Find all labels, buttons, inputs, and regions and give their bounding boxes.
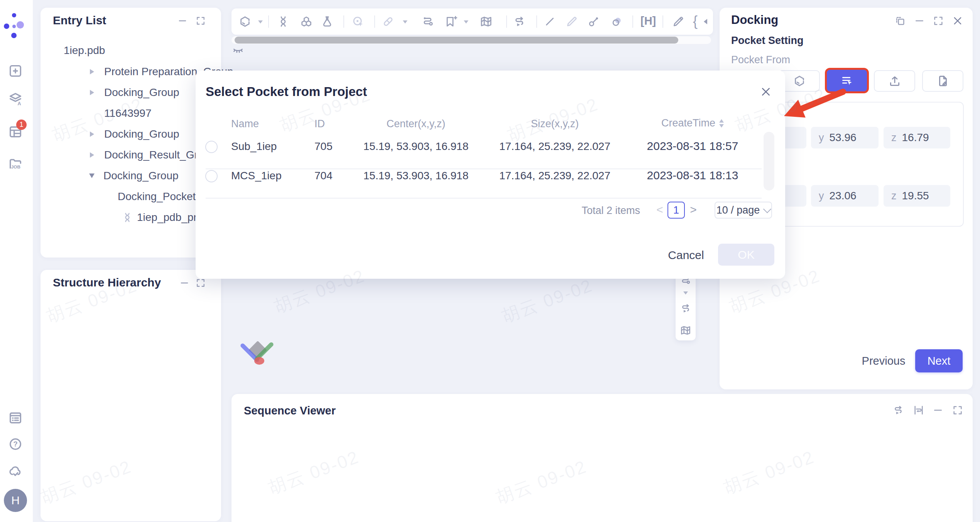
- dropdown-caret-icon[interactable]: [464, 20, 468, 24]
- tree-item-label: Docking_Group: [104, 128, 179, 140]
- pocket-upload-button[interactable]: [874, 70, 915, 92]
- wrap-lines-icon[interactable]: [913, 404, 924, 416]
- detach-window-icon[interactable]: [894, 15, 906, 27]
- pocket-define-button[interactable]: [922, 70, 963, 92]
- app-logo[interactable]: [0, 5, 33, 35]
- structure-hierarchy-panel: Structure Hierarchy: [41, 270, 221, 521]
- tree-item-label: Docking_Group: [103, 170, 179, 182]
- cell-id: 705: [314, 140, 333, 153]
- cell-center: 15.19, 53.903, 16.918: [358, 140, 474, 153]
- swap-arrows-icon[interactable]: [680, 303, 691, 314]
- hydrogen-toggle-icon[interactable]: [H]: [640, 15, 656, 27]
- eye-closed-icon[interactable]: [232, 44, 244, 57]
- caret-right-icon[interactable]: [90, 90, 94, 95]
- gizmo-z-axis: [254, 357, 264, 365]
- capsule-tool-icon[interactable]: [382, 15, 395, 28]
- caret-right-icon[interactable]: [90, 152, 94, 158]
- measure-line-icon[interactable]: [543, 15, 556, 28]
- draw-pencil-icon[interactable]: [565, 15, 578, 28]
- size-y-field[interactable]: y 23.06: [811, 185, 879, 207]
- cell-name: MCS_1iep: [231, 170, 282, 182]
- viewport-hscrollbar-thumb[interactable]: [235, 37, 678, 44]
- axis-value: 19.55: [902, 190, 929, 202]
- molecule-tool-icon[interactable]: [300, 15, 313, 28]
- column-name: Name: [231, 118, 259, 130]
- toolbar-divider: [536, 15, 537, 28]
- page-size-select[interactable]: 10 / page: [715, 202, 772, 219]
- helix-tool-icon[interactable]: [277, 15, 290, 28]
- app-screen: A 1 JOB ? H Entry List 1iep.pdb: [0, 0, 980, 522]
- caret-down-icon[interactable]: [89, 173, 95, 178]
- tree-item-label: 11643997: [104, 107, 152, 120]
- toolbar-divider: [662, 15, 663, 28]
- expand-icon[interactable]: [195, 278, 206, 288]
- help-icon[interactable]: ?: [8, 436, 23, 452]
- expand-icon[interactable]: [952, 404, 963, 416]
- pagination-prev[interactable]: <: [655, 203, 665, 216]
- axis-value: 53.96: [830, 131, 857, 144]
- layers-icon[interactable]: A: [8, 91, 23, 107]
- caret-right-icon[interactable]: [90, 131, 94, 137]
- snapshot-map-icon[interactable]: [480, 15, 493, 28]
- dropdown-caret-icon[interactable]: [403, 20, 407, 24]
- tree-item-label: 1iep.pdb: [64, 44, 105, 57]
- new-project-icon[interactable]: [8, 63, 23, 79]
- minimize-icon[interactable]: [179, 278, 190, 288]
- axis-gizmo: [231, 332, 301, 378]
- brace-tool-icon[interactable]: {: [693, 13, 698, 29]
- cell-size: 17.164, 25.239, 22.027: [497, 170, 613, 182]
- logo-dot: [17, 21, 24, 29]
- entry-list-panel: Entry List 1iep.pdb Protein Preparation_…: [41, 8, 221, 258]
- route-tool-icon[interactable]: [421, 15, 434, 28]
- snapshot-map-icon[interactable]: [680, 325, 691, 336]
- structure-display-icon[interactable]: [238, 15, 252, 28]
- bookmark-add-icon[interactable]: [444, 15, 458, 28]
- swap-arrows-icon[interactable]: [892, 404, 904, 416]
- minimize-icon[interactable]: [914, 15, 925, 27]
- viewport-hscrollbar-track[interactable]: [231, 36, 711, 44]
- close-icon[interactable]: [952, 15, 963, 27]
- edit-pencil-icon[interactable]: [672, 15, 685, 28]
- cloud-sync-icon[interactable]: [8, 464, 23, 479]
- toolbar-divider: [343, 15, 344, 28]
- bond-lollipop-icon[interactable]: [587, 15, 600, 28]
- pocket-from-label: Pocket From: [731, 54, 790, 66]
- avatar[interactable]: H: [4, 489, 27, 512]
- swap-arrows-icon[interactable]: [513, 15, 526, 28]
- tree-item-structure[interactable]: 1iep.pdb: [41, 40, 244, 61]
- previous-button[interactable]: Previous: [858, 355, 909, 367]
- overlap-venn-icon[interactable]: [610, 15, 623, 28]
- flask-tool-icon[interactable]: [321, 15, 334, 28]
- pagination-page-1[interactable]: 1: [667, 202, 685, 219]
- dropdown-caret-icon[interactable]: [258, 20, 263, 24]
- center-z-field[interactable]: z 16.79: [884, 127, 950, 148]
- toolbar-divider: [374, 15, 375, 28]
- row-divider: [206, 198, 762, 199]
- sort-icon[interactable]: [719, 119, 724, 128]
- cell-createtime: 2023-08-31 18:57: [631, 140, 754, 153]
- size-z-field[interactable]: z 19.55: [884, 185, 950, 207]
- task-list-icon[interactable]: [8, 410, 23, 426]
- cell-id: 704: [314, 170, 333, 182]
- job-icon[interactable]: JOB: [8, 156, 23, 172]
- modal-title: Select Pocket from Project: [206, 84, 367, 99]
- table-vscrollbar[interactable]: [764, 132, 774, 190]
- row-radio[interactable]: [205, 141, 218, 153]
- collapse-toolbar-icon[interactable]: [704, 19, 707, 24]
- pagination-next[interactable]: >: [688, 203, 698, 216]
- next-button[interactable]: Next: [915, 349, 963, 372]
- expand-icon[interactable]: [933, 15, 944, 27]
- select-sphere-icon[interactable]: [351, 15, 365, 28]
- dropdown-caret-icon[interactable]: [683, 291, 688, 295]
- minimize-icon[interactable]: [932, 404, 944, 416]
- axis-value: 16.79: [902, 131, 929, 144]
- caret-right-icon[interactable]: [90, 69, 94, 74]
- table-row[interactable]: MCS_1iep 704 15.19, 53.903, 16.918 17.16…: [196, 161, 785, 190]
- ok-button[interactable]: OK: [718, 244, 774, 266]
- sequence-viewer-title: Sequence Viewer: [244, 404, 336, 417]
- column-createtime[interactable]: CreateTime: [631, 117, 754, 129]
- cancel-button[interactable]: Cancel: [663, 249, 709, 262]
- table-row[interactable]: Sub_1iep 705 15.19, 53.903, 16.918 17.16…: [196, 131, 785, 161]
- row-radio[interactable]: [205, 170, 218, 182]
- viewport-toolbar: [H] {: [231, 8, 713, 35]
